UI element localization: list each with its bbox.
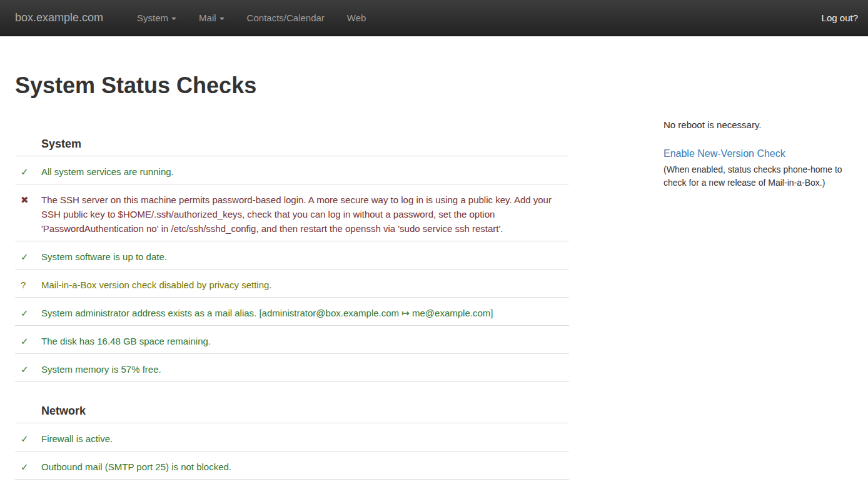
status-check-text: Outbound mail (SMTP port 25) is not bloc…	[41, 451, 569, 479]
check-section-heading: Network	[15, 382, 569, 423]
side-panel: No reboot is necessary. Enable New-Versi…	[664, 119, 859, 189]
check-section-heading: System	[15, 131, 569, 156]
status-check-text: Mail-in-a-Box version check disabled by …	[41, 270, 569, 297]
nav-item-label: System	[137, 13, 168, 23]
status-ok-icon: ✓	[15, 241, 41, 269]
status-check-row: ✓System administrator address exists as …	[15, 298, 569, 326]
nav-item-system[interactable]: System	[126, 0, 188, 36]
nav-item-web[interactable]: Web	[336, 0, 378, 36]
status-check-text: The disk has 16.48 GB space remaining.	[41, 326, 569, 353]
status-check-row: ✓Outbound mail (SMTP port 25) is not blo…	[15, 451, 569, 480]
logout-link[interactable]: Log out?	[822, 0, 858, 36]
enable-new-version-check-link[interactable]: Enable New-Version Check	[664, 148, 785, 160]
status-check-text: System administrator address exists as a…	[41, 298, 569, 325]
nav-item-label: Contacts/Calendar	[247, 13, 325, 23]
status-ok-icon: ✓	[15, 423, 41, 451]
status-warning-icon: ?	[15, 270, 41, 297]
nav-item-contacts-calendar[interactable]: Contacts/Calendar	[236, 0, 336, 36]
status-check-text: Firewall is active.	[41, 423, 569, 451]
status-ok-icon: ✓	[15, 451, 41, 479]
status-check-row: ✓Firewall is active.	[15, 423, 569, 451]
status-check-row: ✓The disk has 16.48 GB space remaining.	[15, 326, 569, 354]
page-title: System Status Checks	[15, 73, 256, 98]
caret-down-icon	[171, 18, 176, 20]
status-check-row: ✓System software is up to date.	[15, 241, 569, 270]
status-checks-table: System✓All system services are running.✖…	[15, 131, 569, 480]
nav-item-label: Mail	[199, 13, 216, 23]
navbar-brand[interactable]: box.example.com	[0, 11, 103, 24]
status-check-row: ✖The SSH server on this machine permits …	[15, 184, 569, 241]
status-ok-icon: ✓	[15, 156, 41, 184]
nav-item-mail[interactable]: Mail	[188, 0, 236, 36]
status-check-row: ?Mail-in-a-Box version check disabled by…	[15, 270, 569, 298]
status-ok-icon: ✓	[15, 298, 41, 325]
status-check-text: All system services are running.	[41, 156, 569, 184]
status-check-text: System software is up to date.	[41, 241, 569, 269]
status-check-text: The SSH server on this machine permits p…	[41, 184, 569, 241]
status-check-text: System memory is 57% free.	[41, 354, 569, 381]
check-section: Network✓Firewall is active.✓Outbound mai…	[15, 382, 569, 480]
caret-down-icon	[220, 18, 225, 20]
nav-item-label: Web	[347, 13, 366, 23]
reboot-status-text: No reboot is necessary.	[664, 119, 859, 131]
status-check-row: ✓All system services are running.	[15, 156, 569, 184]
status-ok-icon: ✓	[15, 354, 41, 381]
status-error-icon: ✖	[15, 184, 41, 241]
check-section: System✓All system services are running.✖…	[15, 131, 569, 382]
top-navbar: box.example.com System Mail Contacts/Cal…	[0, 0, 868, 36]
status-ok-icon: ✓	[15, 326, 41, 353]
status-check-row: ✓System memory is 57% free.	[15, 354, 569, 382]
enable-new-version-check-note: (When enabled, status checks phone-home …	[664, 163, 859, 189]
